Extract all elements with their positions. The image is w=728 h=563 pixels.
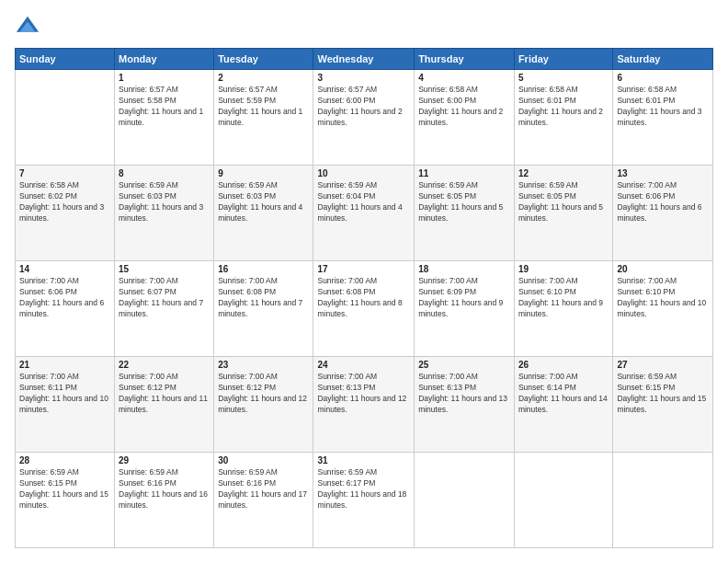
calendar-cell: 12Sunrise: 6:59 AMSunset: 6:05 PMDayligh… — [514, 166, 612, 261]
week-row-1: 1Sunrise: 6:57 AMSunset: 5:58 PMDaylight… — [16, 70, 713, 166]
day-number: 5 — [518, 73, 609, 83]
calendar-cell: 5Sunrise: 6:58 AMSunset: 6:01 PMDaylight… — [514, 70, 612, 166]
calendar-cell: 6Sunrise: 6:58 AMSunset: 6:01 PMDaylight… — [613, 70, 713, 166]
day-info: Sunrise: 6:59 AMSunset: 6:17 PMDaylight:… — [317, 467, 406, 510]
calendar-cell: 27Sunrise: 6:59 AMSunset: 6:15 PMDayligh… — [613, 357, 713, 453]
day-info: Sunrise: 6:59 AMSunset: 6:05 PMDaylight:… — [418, 180, 503, 223]
day-number: 13 — [617, 168, 709, 178]
day-number: 10 — [317, 168, 410, 178]
day-number: 15 — [119, 264, 210, 274]
day-info: Sunrise: 6:58 AMSunset: 6:02 PMDaylight:… — [19, 180, 104, 223]
calendar-cell: 19Sunrise: 7:00 AMSunset: 6:10 PMDayligh… — [514, 261, 612, 357]
day-number: 17 — [317, 264, 410, 274]
calendar-cell: 4Sunrise: 6:58 AMSunset: 6:00 PMDaylight… — [415, 70, 515, 166]
day-info: Sunrise: 6:57 AMSunset: 5:59 PMDaylight:… — [218, 85, 302, 127]
calendar-cell — [514, 453, 612, 548]
day-info: Sunrise: 6:58 AMSunset: 6:00 PMDaylight:… — [418, 85, 503, 127]
calendar-cell: 3Sunrise: 6:57 AMSunset: 6:00 PMDaylight… — [313, 70, 415, 166]
calendar-cell: 21Sunrise: 7:00 AMSunset: 6:11 PMDayligh… — [16, 357, 115, 453]
calendar-cell: 18Sunrise: 7:00 AMSunset: 6:09 PMDayligh… — [415, 261, 515, 357]
day-number: 26 — [518, 360, 609, 370]
week-row-4: 21Sunrise: 7:00 AMSunset: 6:11 PMDayligh… — [16, 357, 713, 453]
calendar-cell: 28Sunrise: 6:59 AMSunset: 6:15 PMDayligh… — [16, 453, 115, 548]
calendar-cell: 9Sunrise: 6:59 AMSunset: 6:03 PMDaylight… — [214, 166, 313, 261]
day-info: Sunrise: 7:00 AMSunset: 6:10 PMDaylight:… — [518, 276, 603, 318]
calendar-cell: 1Sunrise: 6:57 AMSunset: 5:58 PMDaylight… — [115, 70, 214, 166]
calendar-cell: 29Sunrise: 6:59 AMSunset: 6:16 PMDayligh… — [115, 453, 214, 548]
day-info: Sunrise: 7:00 AMSunset: 6:12 PMDaylight:… — [218, 372, 307, 414]
weekday-header-sunday: Sunday — [16, 49, 115, 70]
calendar-cell: 22Sunrise: 7:00 AMSunset: 6:12 PMDayligh… — [115, 357, 214, 453]
day-info: Sunrise: 6:59 AMSunset: 6:03 PMDaylight:… — [218, 180, 302, 223]
day-info: Sunrise: 7:00 AMSunset: 6:12 PMDaylight:… — [119, 372, 208, 414]
day-info: Sunrise: 7:00 AMSunset: 6:11 PMDaylight:… — [19, 372, 108, 414]
day-number: 11 — [418, 168, 510, 178]
calendar-cell: 24Sunrise: 7:00 AMSunset: 6:13 PMDayligh… — [313, 357, 415, 453]
day-number: 30 — [218, 455, 309, 465]
weekday-header-wednesday: Wednesday — [313, 49, 415, 70]
calendar-cell — [415, 453, 515, 548]
day-info: Sunrise: 6:57 AMSunset: 6:00 PMDaylight:… — [317, 85, 402, 127]
day-number: 8 — [119, 168, 210, 178]
day-info: Sunrise: 6:59 AMSunset: 6:15 PMDaylight:… — [617, 372, 706, 414]
day-number: 3 — [317, 73, 410, 83]
day-number: 27 — [617, 360, 709, 370]
calendar-cell: 20Sunrise: 7:00 AMSunset: 6:10 PMDayligh… — [613, 261, 713, 357]
day-number: 18 — [418, 264, 510, 274]
day-info: Sunrise: 7:00 AMSunset: 6:10 PMDaylight:… — [617, 276, 706, 318]
calendar-cell — [16, 70, 115, 166]
day-number: 2 — [218, 73, 309, 83]
weekday-header-monday: Monday — [115, 49, 214, 70]
day-number: 4 — [418, 73, 510, 83]
calendar-cell: 16Sunrise: 7:00 AMSunset: 6:08 PMDayligh… — [214, 261, 313, 357]
calendar-cell: 17Sunrise: 7:00 AMSunset: 6:08 PMDayligh… — [313, 261, 415, 357]
weekday-header-thursday: Thursday — [415, 49, 515, 70]
page: SundayMondayTuesdayWednesdayThursdayFrid… — [0, 0, 728, 563]
weekday-header-row: SundayMondayTuesdayWednesdayThursdayFrid… — [16, 49, 713, 70]
calendar-cell: 26Sunrise: 7:00 AMSunset: 6:14 PMDayligh… — [514, 357, 612, 453]
week-row-5: 28Sunrise: 6:59 AMSunset: 6:15 PMDayligh… — [16, 453, 713, 548]
day-info: Sunrise: 7:00 AMSunset: 6:07 PMDaylight:… — [119, 276, 203, 318]
calendar-cell: 23Sunrise: 7:00 AMSunset: 6:12 PMDayligh… — [214, 357, 313, 453]
calendar-cell: 10Sunrise: 6:59 AMSunset: 6:04 PMDayligh… — [313, 166, 415, 261]
calendar-cell: 2Sunrise: 6:57 AMSunset: 5:59 PMDaylight… — [214, 70, 313, 166]
day-number: 23 — [218, 360, 309, 370]
calendar-cell: 31Sunrise: 6:59 AMSunset: 6:17 PMDayligh… — [313, 453, 415, 548]
calendar-table: SundayMondayTuesdayWednesdayThursdayFrid… — [15, 48, 713, 548]
week-row-3: 14Sunrise: 7:00 AMSunset: 6:06 PMDayligh… — [16, 261, 713, 357]
day-info: Sunrise: 6:59 AMSunset: 6:16 PMDaylight:… — [119, 467, 208, 510]
day-number: 24 — [317, 360, 410, 370]
day-info: Sunrise: 6:57 AMSunset: 5:58 PMDaylight:… — [119, 85, 203, 127]
day-info: Sunrise: 6:59 AMSunset: 6:15 PMDaylight:… — [19, 467, 108, 510]
day-info: Sunrise: 6:58 AMSunset: 6:01 PMDaylight:… — [518, 85, 603, 127]
day-number: 9 — [218, 168, 309, 178]
calendar-cell: 8Sunrise: 6:59 AMSunset: 6:03 PMDaylight… — [115, 166, 214, 261]
weekday-header-friday: Friday — [514, 49, 612, 70]
day-info: Sunrise: 7:00 AMSunset: 6:13 PMDaylight:… — [317, 372, 406, 414]
day-number: 16 — [218, 264, 309, 274]
day-number: 29 — [119, 455, 210, 465]
day-number: 21 — [19, 360, 110, 370]
weekday-header-saturday: Saturday — [613, 49, 713, 70]
calendar-cell: 7Sunrise: 6:58 AMSunset: 6:02 PMDaylight… — [16, 166, 115, 261]
day-info: Sunrise: 7:00 AMSunset: 6:14 PMDaylight:… — [518, 372, 608, 414]
calendar-cell — [613, 453, 713, 548]
day-number: 25 — [418, 360, 510, 370]
day-number: 7 — [19, 168, 110, 178]
day-number: 28 — [19, 455, 110, 465]
calendar-cell: 14Sunrise: 7:00 AMSunset: 6:06 PMDayligh… — [16, 261, 115, 357]
day-info: Sunrise: 6:59 AMSunset: 6:05 PMDaylight:… — [518, 180, 603, 223]
day-number: 6 — [617, 73, 709, 83]
header — [15, 15, 713, 40]
logo-icon — [15, 15, 40, 40]
day-info: Sunrise: 6:59 AMSunset: 6:04 PMDaylight:… — [317, 180, 402, 223]
day-number: 19 — [518, 264, 609, 274]
weekday-header-tuesday: Tuesday — [214, 49, 313, 70]
calendar-cell: 25Sunrise: 7:00 AMSunset: 6:13 PMDayligh… — [415, 357, 515, 453]
day-info: Sunrise: 7:00 AMSunset: 6:08 PMDaylight:… — [317, 276, 402, 318]
day-number: 22 — [119, 360, 210, 370]
day-info: Sunrise: 7:00 AMSunset: 6:08 PMDaylight:… — [218, 276, 302, 318]
day-info: Sunrise: 7:00 AMSunset: 6:13 PMDaylight:… — [418, 372, 507, 414]
day-number: 14 — [19, 264, 110, 274]
calendar-cell: 15Sunrise: 7:00 AMSunset: 6:07 PMDayligh… — [115, 261, 214, 357]
